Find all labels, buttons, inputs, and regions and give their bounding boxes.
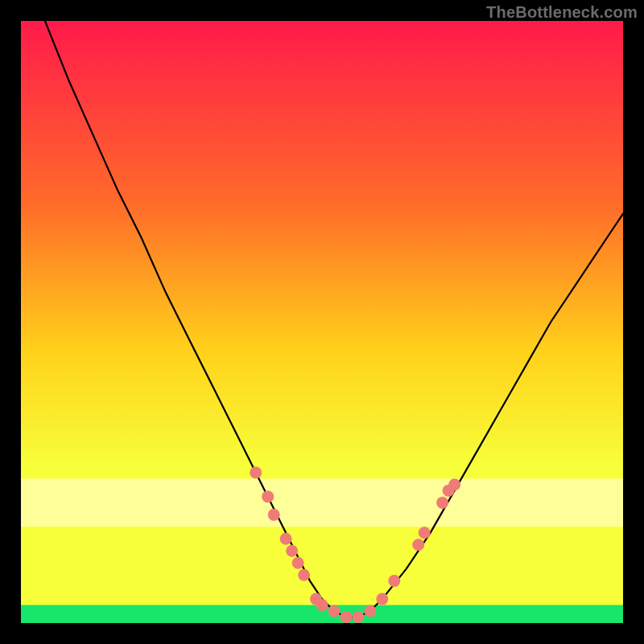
highlight-dot [286,545,298,557]
highlight-dot [340,611,352,623]
highlight-dot [280,533,292,545]
highlight-dot [412,539,424,551]
watermark-text: TheBottleneck.com [486,3,638,22]
highlight-dot [352,611,364,623]
highlight-dot [376,593,388,605]
gradient-background [21,21,623,623]
chart-svg [21,21,623,623]
highlight-dot [448,479,460,491]
highlight-dot [292,557,304,569]
highlight-dot [388,575,400,587]
highlight-dot [436,497,448,509]
highlight-dot [316,599,328,611]
highlight-dot [328,605,341,617]
highlight-dot [262,490,274,502]
highlight-dot [419,526,431,539]
highlight-dot [364,605,376,617]
highlight-dot [268,509,280,521]
highlight-dot [250,467,262,479]
pale-yellow-band [21,478,623,526]
chart-frame [21,21,623,623]
highlight-dot [298,569,310,581]
